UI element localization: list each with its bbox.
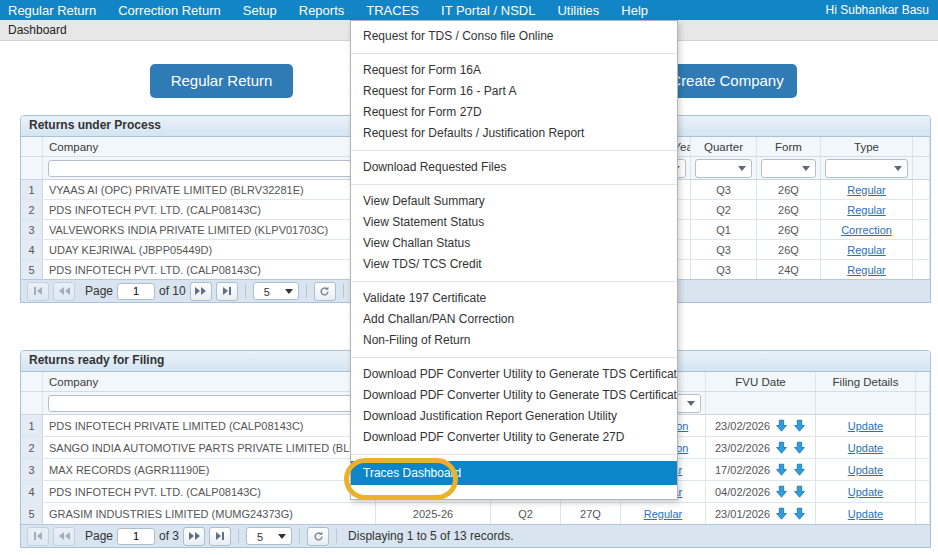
filter-cell <box>916 392 930 414</box>
regular-return-button[interactable]: Regular Return <box>150 64 293 98</box>
cell-spacer <box>913 200 930 219</box>
menu-item[interactable]: Download PDF Converter Utility to Genera… <box>351 385 677 406</box>
cell-quarter: Q2 <box>491 503 561 524</box>
last-page-button[interactable] <box>209 527 231 546</box>
cell-num: 2 <box>21 200 43 219</box>
cell-num: 3 <box>21 220 43 239</box>
menu-item[interactable]: View Statement Status <box>351 212 677 233</box>
next-page-button[interactable] <box>183 527 205 546</box>
cell-spacer <box>916 503 930 524</box>
cell-type: Correction <box>821 220 913 239</box>
menu-item[interactable]: Validate 197 Certificate <box>351 288 677 309</box>
type-link[interactable]: Regular <box>847 184 886 196</box>
refresh-icon <box>313 531 324 542</box>
filter-cell <box>21 157 43 179</box>
page-number-input[interactable] <box>117 528 155 545</box>
cell-filing: Update <box>816 459 916 480</box>
menu-item[interactable]: Request for Defaults / Justification Rep… <box>351 123 677 144</box>
page-size-select[interactable]: 5 <box>246 527 292 545</box>
menu-separator <box>351 53 677 54</box>
filing-link[interactable]: Update <box>848 508 883 520</box>
cell-form: 24Q <box>757 260 821 279</box>
type-link[interactable]: Regular <box>847 264 886 276</box>
menubar-item-help[interactable]: Help <box>610 3 659 18</box>
cell-spacer <box>913 220 930 239</box>
download-arrow-icon[interactable] <box>775 485 788 498</box>
cell-fy: 2025-26 <box>376 503 491 524</box>
download-arrow-icon[interactable] <box>793 419 806 432</box>
filing-link[interactable]: Update <box>848 420 883 432</box>
menu-item[interactable]: Request for Form 27D <box>351 102 677 123</box>
download-arrow-icon[interactable] <box>793 507 806 520</box>
refresh-button[interactable] <box>314 282 336 301</box>
menu-item[interactable]: Download Justification Report Generation… <box>351 406 677 427</box>
type-filter-select[interactable] <box>825 159 908 178</box>
filter-cell <box>691 157 757 179</box>
download-arrow-icon[interactable] <box>793 463 806 476</box>
next-page-button[interactable] <box>190 282 212 301</box>
filing-link[interactable]: Update <box>848 442 883 454</box>
type-link[interactable]: Regular <box>644 508 683 520</box>
cell-filing: Update <box>816 481 916 502</box>
prev-page-button[interactable] <box>53 527 75 546</box>
cell-spacer <box>916 437 930 458</box>
page-label: Page <box>85 529 113 543</box>
cell-spacer <box>916 459 930 480</box>
cell-spacer <box>913 180 930 199</box>
last-page-button[interactable] <box>216 282 238 301</box>
menu-item-traces-dashboard[interactable]: Traces Dashboard <box>351 461 677 485</box>
menubar-item-traces[interactable]: TRACES <box>355 3 430 18</box>
cell-quarter: Q3 <box>691 180 757 199</box>
download-arrow-icon[interactable] <box>793 485 806 498</box>
menu-item[interactable]: View Default Summary <box>351 191 677 212</box>
download-arrow-icon[interactable] <box>775 463 788 476</box>
cell-fvu: 04/02/2026 <box>706 481 816 502</box>
form-filter-select[interactable] <box>761 159 816 178</box>
menubar-item-correction-return[interactable]: Correction Return <box>107 3 232 18</box>
cell-form: 26Q <box>757 180 821 199</box>
column-header-spacer <box>913 137 930 156</box>
page-size-select[interactable]: 5 <box>253 282 299 300</box>
menubar-item-regular-return[interactable]: Regular Return <box>0 3 107 18</box>
download-arrow-icon[interactable] <box>775 441 788 454</box>
menubar-item-it-portal-nsdl[interactable]: IT Portal / NSDL <box>430 3 546 18</box>
page-of-label: of 10 <box>159 284 186 298</box>
pager-status: Displaying 1 to 5 of 13 records. <box>348 529 513 543</box>
menu-item[interactable]: Download PDF Converter Utility to Genera… <box>351 427 677 448</box>
menu-item[interactable]: Download PDF Converter Utility to Genera… <box>351 364 677 385</box>
first-page-button[interactable] <box>27 527 49 546</box>
refresh-button[interactable] <box>307 527 329 546</box>
type-link[interactable]: Regular <box>847 244 886 256</box>
type-link[interactable]: Correction <box>841 224 892 236</box>
menu-item[interactable]: Request for Form 16 - Part A <box>351 81 677 102</box>
cell-company: GRASIM INDUSTRIES LIMITED (MUMG24373G) <box>43 503 376 524</box>
menu-item[interactable]: Add Challan/PAN Correction <box>351 309 677 330</box>
page-number-input[interactable] <box>117 283 155 300</box>
refresh-icon <box>319 286 330 297</box>
menu-item[interactable]: Request for TDS / Conso file Online <box>351 26 677 47</box>
filing-link[interactable]: Update <box>848 486 883 498</box>
cell-type: Regular <box>621 503 706 524</box>
menu-item[interactable]: View Challan Status <box>351 233 677 254</box>
first-page-button[interactable] <box>27 282 49 301</box>
menu-item[interactable]: Download Requested Files <box>351 157 677 178</box>
filing-link[interactable]: Update <box>848 464 883 476</box>
download-arrow-icon[interactable] <box>775 419 788 432</box>
quarter-filter-select[interactable] <box>695 159 752 178</box>
download-arrow-icon[interactable] <box>775 507 788 520</box>
create-company-button[interactable]: Create Company <box>657 64 797 98</box>
menu-item[interactable]: View TDS/ TCS Credit <box>351 254 677 275</box>
menu-separator <box>351 281 677 282</box>
prev-page-button[interactable] <box>53 282 75 301</box>
company-filter-input[interactable] <box>48 395 370 412</box>
menu-item[interactable]: Non-Filing of Return <box>351 330 677 351</box>
menubar-item-setup[interactable]: Setup <box>232 3 288 18</box>
menubar-item-reports[interactable]: Reports <box>288 3 356 18</box>
type-link[interactable]: Regular <box>847 204 886 216</box>
cell-num: 3 <box>21 459 43 480</box>
menubar-item-utilities[interactable]: Utilities <box>546 3 610 18</box>
download-arrow-icon[interactable] <box>793 441 806 454</box>
menu-item[interactable]: Request for Form 16A <box>351 60 677 81</box>
column-header-type: Type <box>821 137 913 156</box>
cell-type: Regular <box>821 240 913 259</box>
